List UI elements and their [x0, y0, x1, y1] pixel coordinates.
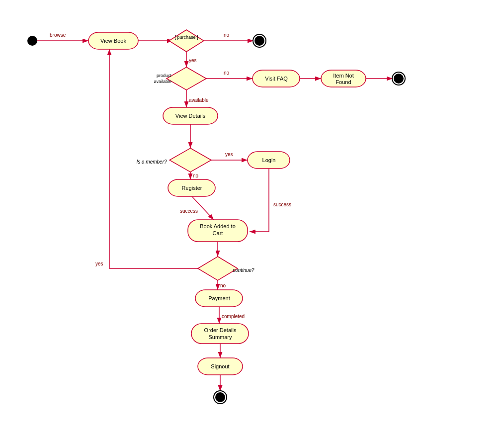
- node-register-label: Register: [182, 185, 202, 191]
- label-continue-no: no: [220, 283, 226, 288]
- node-continue-decision: [198, 257, 238, 280]
- label-browse: browse: [50, 32, 66, 38]
- node-visitfaq-label: Visit FAQ: [265, 76, 288, 82]
- node-orderdetails-label2: Summary: [208, 334, 232, 340]
- node-login-label: Login: [262, 157, 276, 163]
- node-payment-label: Payment: [208, 295, 230, 301]
- label-continue-yes: yes: [95, 261, 103, 266]
- node-itemnotfound-label1: Item Not: [333, 73, 354, 79]
- node-product-decision: [167, 67, 206, 90]
- node-itemnotfound-label2: Found: [336, 79, 351, 85]
- node-viewdetails-label: View Details: [175, 113, 206, 119]
- label-login-success: success: [273, 202, 291, 207]
- label-purchase-no: no: [224, 32, 230, 38]
- end-node-1: [254, 36, 264, 46]
- end-node-3: [215, 392, 225, 402]
- end-node-2: [394, 74, 404, 84]
- node-product-label2: available: [154, 79, 171, 84]
- edge-login-cart: [250, 169, 269, 232]
- start-node: [27, 36, 37, 46]
- node-continue-label: continue?: [233, 267, 254, 273]
- node-viewbook-label: View Book: [100, 38, 126, 44]
- node-bookaddedtocart-label2: Cart: [213, 230, 223, 236]
- node-signout-label: Signout: [211, 363, 229, 369]
- node-member-decision: [169, 148, 211, 172]
- label-product-no: no: [224, 70, 230, 76]
- label-purchase-yes: yes: [189, 58, 197, 63]
- activity-diagram: browse View Book [ purchase ] no yes pro…: [0, 0, 504, 435]
- label-completed: completed: [222, 314, 245, 319]
- node-bookaddedtocart-label1: Book Added to: [200, 223, 236, 229]
- label-available: available: [189, 97, 209, 103]
- node-orderdetails-label1: Order Details: [204, 327, 237, 333]
- label-member-no: no: [193, 173, 199, 178]
- label-register-success: success: [180, 208, 198, 214]
- node-purchase-decision: [169, 30, 204, 52]
- node-purchase-label: [ purchase ]: [174, 35, 198, 40]
- node-member-label: Is a member?: [136, 159, 167, 165]
- node-product-label1: product: [157, 73, 172, 78]
- label-member-yes: yes: [225, 152, 233, 157]
